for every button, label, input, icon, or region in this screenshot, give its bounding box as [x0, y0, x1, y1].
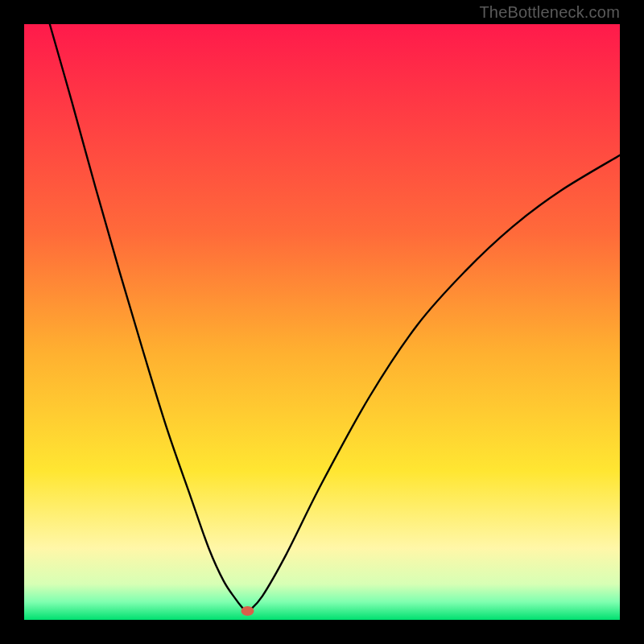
- gradient-background: [24, 24, 620, 620]
- minimum-marker: [242, 606, 254, 616]
- chart-svg: [24, 24, 620, 620]
- chart-frame: TheBottleneck.com: [0, 0, 644, 644]
- watermark-text: TheBottleneck.com: [479, 3, 620, 22]
- plot-area: [24, 24, 620, 620]
